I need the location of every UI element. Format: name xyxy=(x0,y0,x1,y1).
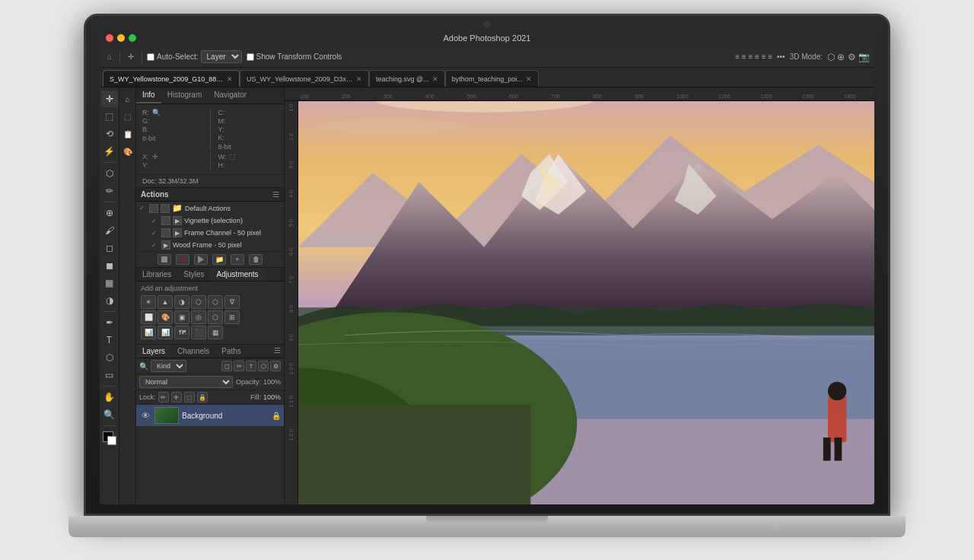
tab-2-close[interactable]: ✕ xyxy=(432,75,438,83)
tool-clone[interactable]: ◻ xyxy=(101,240,118,256)
filter-icon-4[interactable]: ⬡ xyxy=(258,361,269,371)
action-record-btn[interactable]: ● xyxy=(176,254,189,265)
actions-menu-btn[interactable]: ☰ xyxy=(272,190,279,199)
blend-mode-select[interactable]: Normal xyxy=(139,376,233,388)
tool-sep-1 xyxy=(103,162,116,163)
lock-artboard[interactable]: ⬚ xyxy=(184,392,195,402)
adj-hsl[interactable]: ⬡ xyxy=(208,295,223,309)
tool-zoom[interactable]: 🔍 xyxy=(101,406,118,423)
filter-icon-2[interactable]: ✏ xyxy=(234,361,244,371)
action-label-3: Wood Frame - 50 pixel xyxy=(173,241,242,249)
tool-eyedropper[interactable]: ✏ xyxy=(101,183,118,199)
tool-crop[interactable]: ⬡ xyxy=(101,165,118,182)
action-row-3[interactable]: ✓ ▶ Wood Frame - 50 pixel xyxy=(136,239,284,251)
action-row-0[interactable]: ✓ 📁 Default Actions xyxy=(136,202,284,215)
action-new-btn[interactable]: + xyxy=(231,254,244,265)
filter-icon-1[interactable]: ◻ xyxy=(221,361,232,371)
canvas-image[interactable] xyxy=(298,101,874,504)
adj-brightness[interactable]: ☀ xyxy=(141,295,156,309)
tab-1-close[interactable]: ✕ xyxy=(356,75,362,83)
adj-selective-color[interactable]: 🗺 xyxy=(174,326,189,339)
adj-black-white[interactable]: ⬜ xyxy=(141,310,156,324)
tab-0[interactable]: S_WY_Yellowstone_2009_G10_8837.CR2 ✕ xyxy=(103,70,240,87)
lock-all[interactable]: 🔒 xyxy=(197,392,208,402)
tab-2[interactable]: teaching.svg @... ✕ xyxy=(369,70,445,87)
adj-tab-adjustments[interactable]: Adjustments xyxy=(211,268,265,281)
adj-invert[interactable]: ⬡ xyxy=(208,310,223,324)
panel-icon-1[interactable]: ⌂ xyxy=(119,91,136,107)
adj-tab-libraries[interactable]: Libraries xyxy=(136,268,177,281)
panel-icon-4[interactable]: 🎨 xyxy=(119,143,136,160)
adj-photo-filter[interactable]: 🎨 xyxy=(158,310,173,324)
action-play-btn[interactable] xyxy=(194,254,208,265)
svg-rect-16 xyxy=(828,396,846,442)
tab-3-close[interactable]: ✕ xyxy=(526,75,532,83)
adj-gradient-map[interactable]: 📊 xyxy=(158,326,173,339)
tab-channels[interactable]: Channels xyxy=(171,345,215,358)
tool-select-rect[interactable]: ⬚ xyxy=(101,108,118,125)
tab-paths[interactable]: Paths xyxy=(215,345,247,358)
tab-3[interactable]: bythom_teaching_poi... ✕ xyxy=(445,70,539,87)
tab-histogram[interactable]: Histogram xyxy=(161,88,208,103)
toolbar-dots[interactable]: ••• xyxy=(777,52,785,61)
adj-curves[interactable]: ▲ xyxy=(158,295,173,309)
layers-panel-menu[interactable]: ☰ xyxy=(271,345,284,358)
auto-select-checkbox[interactable] xyxy=(147,53,154,61)
tool-eraser[interactable]: ◼ xyxy=(101,257,118,274)
auto-select-dropdown[interactable]: Layer xyxy=(201,50,242,63)
tab-layers[interactable]: Layers xyxy=(136,345,171,358)
info-row-w: W: ⬚ xyxy=(218,153,279,161)
tool-magic-wand[interactable]: ⚡ xyxy=(101,143,118,160)
adj-posterize[interactable]: ⊞ xyxy=(224,310,240,324)
panel-icon-2[interactable]: ⬚ xyxy=(119,108,136,125)
action-row-2[interactable]: ✓ ▶ Frame Channel - 50 pixel xyxy=(136,227,284,239)
fill-value[interactable]: 100% xyxy=(263,393,281,401)
background-color[interactable] xyxy=(107,436,116,445)
filter-icon-3[interactable]: T xyxy=(246,361,256,371)
adj-threshold[interactable]: 📊 xyxy=(141,326,156,339)
lock-move[interactable]: ✛ xyxy=(171,392,182,402)
tool-lasso[interactable]: ⟲ xyxy=(101,126,118,142)
tab-0-close[interactable]: ✕ xyxy=(227,75,233,83)
tool-gradient[interactable]: ▦ xyxy=(101,275,118,291)
color-swatch[interactable] xyxy=(101,430,118,447)
action-stop-btn[interactable] xyxy=(158,254,171,265)
action-folder-btn[interactable]: 📁 xyxy=(212,254,226,265)
panel-icon-3[interactable]: 📋 xyxy=(119,126,136,142)
action-row-1[interactable]: ✓ ▶ Vignette (selection) xyxy=(136,215,284,227)
layer-eye-icon[interactable]: 👁 xyxy=(139,409,151,422)
layer-row-background[interactable]: 👁 Background 🔒 xyxy=(136,405,284,426)
tool-type[interactable]: T xyxy=(101,332,118,348)
move-tool-icon[interactable]: ✛ xyxy=(125,51,137,62)
opacity-value[interactable]: 100% xyxy=(263,378,281,386)
transform-checkbox[interactable] xyxy=(247,53,254,61)
adj-vibrance[interactable]: ⬡ xyxy=(191,295,206,309)
adj-tab-styles[interactable]: Styles xyxy=(177,268,210,281)
lock-pixels[interactable]: ✏ xyxy=(158,392,169,402)
adj-channel-mixer[interactable]: ▣ xyxy=(174,310,189,324)
tool-path[interactable]: ⬡ xyxy=(101,349,118,366)
layers-kind-select[interactable]: Kind xyxy=(151,360,186,372)
tool-pen[interactable]: ✒ xyxy=(101,314,118,331)
adj-color-lookup[interactable]: ◎ xyxy=(191,310,206,324)
home-icon[interactable]: ⌂ xyxy=(104,51,115,62)
action-delete-btn[interactable]: 🗑 xyxy=(249,254,263,265)
maximize-button[interactable] xyxy=(129,34,136,42)
info-row-y2: Y: xyxy=(142,161,202,169)
tab-1[interactable]: US_WY_Yellowstone_2009_D3x_9558.NEF ✕ xyxy=(240,70,369,87)
filter-icon-5[interactable]: ⚙ xyxy=(270,361,281,371)
close-button[interactable] xyxy=(106,34,113,42)
minimize-button[interactable] xyxy=(117,34,125,42)
tool-shape[interactable]: ▭ xyxy=(101,367,118,383)
adj-color-balance[interactable]: ∇ xyxy=(224,295,240,309)
tool-heal[interactable]: ⊕ xyxy=(101,205,118,221)
tab-info[interactable]: Info xyxy=(136,88,161,103)
adj-exposure[interactable]: ◑ xyxy=(174,295,189,309)
tool-hand[interactable]: ✋ xyxy=(101,389,118,406)
tool-move[interactable]: ✛ xyxy=(101,91,118,107)
tab-navigator[interactable]: Navigator xyxy=(208,88,253,103)
tool-brush[interactable]: 🖌 xyxy=(101,222,118,239)
adj-gradient-fill[interactable]: ▦ xyxy=(208,326,223,339)
tool-dodge[interactable]: ◑ xyxy=(101,292,118,309)
adj-solid-color[interactable]: ⬛ xyxy=(191,326,206,339)
